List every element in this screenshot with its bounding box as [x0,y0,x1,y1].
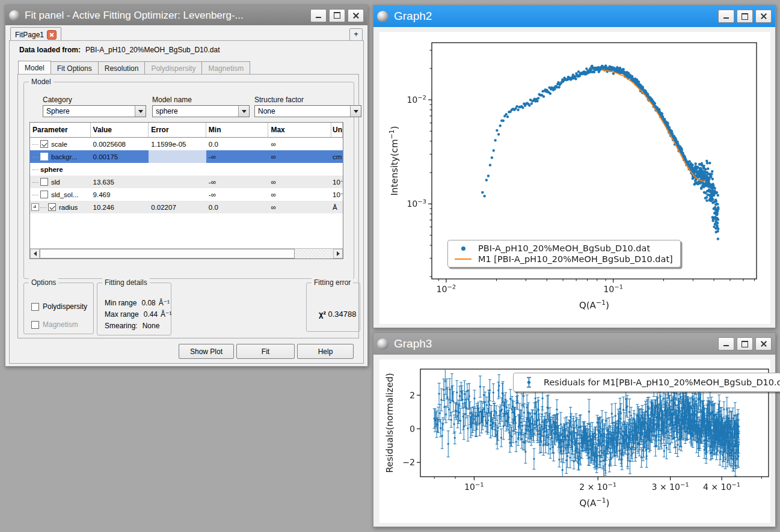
graph3-minimize-button[interactable] [718,337,734,350]
model-name-combobox[interactable]: sphere [152,105,250,117]
parameter-min-cell[interactable]: 0.0 [206,138,269,150]
model-groupbox-title: Model [29,78,54,86]
parameter-value-cell[interactable]: 13.635 [91,176,149,188]
parameter-error-cell[interactable] [149,188,206,201]
parameter-checkbox[interactable] [48,203,56,211]
parameter-min-cell[interactable]: -∞ [206,150,269,163]
parameter-checkbox[interactable] [40,153,48,161]
polydispersity-checkbox-icon[interactable] [31,303,39,311]
parameter-value-cell[interactable]: 0.00175 [91,150,149,163]
add-tab-button[interactable]: + [349,28,363,41]
parameter-unit-cell[interactable]: 10⁻ [331,176,343,188]
table-header-row: ParameterValueErrorMinMaxUn [30,123,343,138]
parameter-value-cell[interactable]: 9.469 [91,188,149,201]
legend-entry: M1 [PBI-A_pH10_20%MeOH_BgSub_D10.dat] [454,254,673,264]
parameter-max-cell[interactable]: ∞ [268,176,331,188]
checkbox-polydispersity[interactable]: Polydispersity [31,302,87,311]
scrollbar-thumb[interactable] [40,249,295,258]
parameter-error-cell[interactable]: 0.02207 [149,201,206,213]
scroll-right-button[interactable] [333,249,343,258]
chevron-down-icon[interactable] [350,106,361,117]
close-icon [761,341,767,347]
table-row[interactable]: radius10.2460.022070.0∞Å [30,201,343,213]
parameter-min-cell[interactable]: 0.0 [206,201,269,213]
table-row[interactable]: sld13.635-∞∞10⁻ [30,176,343,188]
tab-fitpage1[interactable]: FitPage1 [10,27,61,41]
parameter-unit-cell[interactable]: 10⁻ [331,188,343,201]
tree-branch-icon [32,182,38,183]
subtab-fit-options[interactable]: Fit Options [51,61,99,75]
close-icon [761,13,767,19]
structure-factor-combobox[interactable]: None [254,105,361,117]
parameter-table[interactable]: ParameterValueErrorMinMaxUnscale0.002560… [29,122,343,259]
parameter-max-cell[interactable]: ∞ [268,188,331,201]
table-row[interactable]: sphere [30,163,343,176]
parameter-error-cell[interactable] [149,176,206,188]
model-name-value: sphere [153,107,238,115]
category-combobox[interactable]: Sphere [43,105,146,117]
table-horizontal-scrollbar[interactable] [30,248,343,258]
graph2-sphere-icon [377,11,388,22]
parameter-name-cell[interactable]: backgr... [30,150,91,163]
fit-panel-titlebar[interactable]: Fit panel - Active Fitting Optimizer: Le… [5,5,367,25]
show-plot-button[interactable]: Show Plot [179,344,234,359]
graph2-window: Graph2 PBI-A_pH10_20%MeOH_BgSub_D10.datM… [373,5,776,328]
parameter-checkbox[interactable] [40,178,48,186]
model-name-label: Model name [152,96,192,104]
graph2-plot-canvas[interactable] [379,32,770,324]
parameter-value-cell[interactable]: 10.246 [91,201,149,213]
parameter-min-cell[interactable]: -∞ [206,188,269,201]
structure-factor-value: None [255,107,350,115]
fit-button[interactable]: Fit [236,344,295,359]
scroll-left-button[interactable] [30,249,40,258]
parameter-error-cell[interactable]: 1.1599e-05 [149,138,206,150]
legend-entry: Residuals for M1[PBI-A_pH10_20%MeOH_BgSu… [520,376,780,388]
graph2-close-button[interactable] [755,10,772,23]
tab-close-icon[interactable] [47,30,57,40]
chevron-down-icon[interactable] [135,106,146,117]
parameter-max-cell[interactable]: ∞ [268,201,331,213]
parameter-value-cell[interactable]: 0.0025608 [91,138,149,150]
app-sphere-icon [9,10,20,21]
parameter-unit-cell[interactable]: Å [331,201,343,213]
table-row[interactable]: sld_sol...9.469-∞∞10⁻ [30,188,343,201]
graph3-legend[interactable]: Residuals for M1[PBI-A_pH10_20%MeOH_BgSu… [513,373,780,392]
parameter-error-cell[interactable] [149,150,206,163]
minimize-button[interactable] [310,9,327,22]
graph2-titlebar[interactable]: Graph2 [373,5,775,27]
parameter-unit-cell[interactable]: cm⁻ [331,150,343,163]
graph2-legend[interactable]: PBI-A_pH10_20%MeOH_BgSub_D10.datM1 [PBI-… [447,240,681,268]
parameter-name-cell[interactable]: sphere [30,163,91,176]
parameter-name-cell[interactable]: scale [30,138,91,150]
parameter-unit-cell[interactable] [331,138,343,150]
subtab-model[interactable]: Model [18,61,51,75]
expand-icon[interactable] [31,203,39,211]
column-header-value: Value [91,123,149,137]
arrow-left-icon [34,251,37,256]
table-row[interactable]: backgr...0.00175-∞∞cm⁻ [30,150,343,163]
graph2-minimize-button[interactable] [718,10,734,23]
parameter-checkbox[interactable] [40,140,48,148]
parameter-max-cell[interactable]: ∞ [268,138,331,150]
maximize-button[interactable] [329,9,345,22]
help-button[interactable]: Help [297,344,354,359]
parameter-name-cell[interactable]: sld [30,176,91,188]
chevron-down-icon[interactable] [238,106,249,117]
graph3-titlebar[interactable]: Graph3 [373,333,775,355]
tree-branch-icon [32,156,38,157]
parameter-checkbox[interactable] [40,191,48,198]
table-row[interactable]: scale0.00256081.1599e-050.0∞ [30,138,343,150]
tree-branch-icon [32,144,38,145]
graph3-maximize-button[interactable] [737,337,753,350]
scrollbar-track[interactable] [295,249,333,258]
detail-value: 0.08 [141,299,155,307]
parameter-min-cell[interactable]: -∞ [206,176,269,188]
parameter-name-cell[interactable]: sld_sol... [30,188,91,201]
close-button[interactable] [348,9,364,22]
subtab-resolution[interactable]: Resolution [99,61,146,75]
parameter-name-cell[interactable]: radius [30,201,91,213]
tree-branch-icon [40,207,46,208]
parameter-max-cell[interactable]: ∞ [268,150,331,163]
graph2-maximize-button[interactable] [737,10,753,23]
graph3-close-button[interactable] [755,337,772,350]
